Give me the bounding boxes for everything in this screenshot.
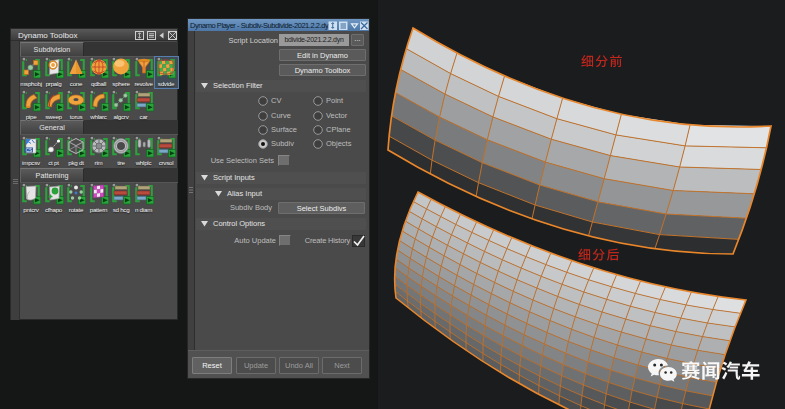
svg-text:CS: CS xyxy=(26,148,32,153)
